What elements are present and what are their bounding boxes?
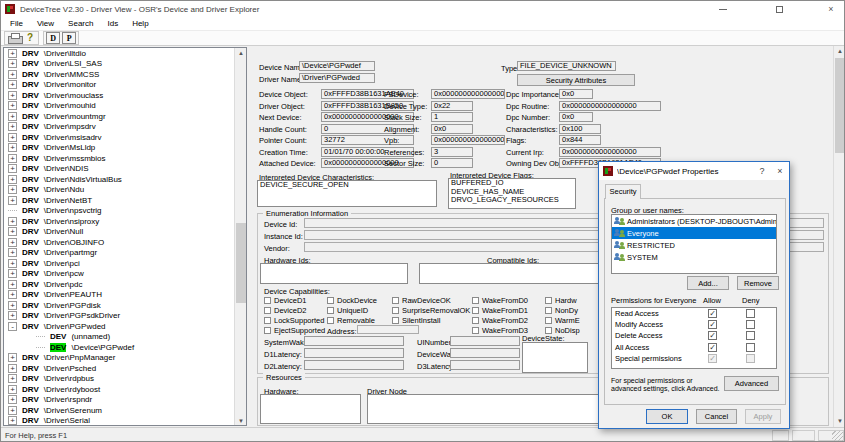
- menu-file[interactable]: File: [3, 19, 30, 28]
- expand-icon[interactable]: +: [8, 80, 17, 89]
- tree-row[interactable]: +DRV\Driver\Psched: [4, 363, 246, 374]
- allow-checkbox[interactable]: ✓: [708, 343, 717, 352]
- expand-icon[interactable]: +: [8, 301, 17, 310]
- expand-icon[interactable]: +: [8, 280, 17, 289]
- tree-row[interactable]: +DRV\Driver\PGPsdkDriver: [4, 311, 246, 322]
- interpreted-characteristics-list[interactable]: DEVICE_SECURE_OPEN: [257, 180, 437, 207]
- expand-icon[interactable]: +: [8, 91, 17, 100]
- user-item[interactable]: Administrators (DESKTOP-JDBOUGT\Administ…: [612, 215, 776, 227]
- menu-ids[interactable]: Ids: [100, 19, 125, 28]
- expand-icon[interactable]: +: [8, 290, 17, 299]
- expand-icon[interactable]: +: [8, 374, 17, 383]
- permissions-list[interactable]: Read Access✓Modify Access✓Delete Access✓…: [611, 307, 777, 369]
- tree-row[interactable]: +DRV\Driver\mouclass: [4, 90, 246, 101]
- allow-checkbox[interactable]: ✓: [708, 320, 717, 329]
- menu-view[interactable]: View: [30, 19, 61, 28]
- expand-icon[interactable]: +: [8, 70, 17, 79]
- capability-checkbox-silentinstall[interactable]: SilentInstall: [392, 316, 440, 325]
- security-attributes-button[interactable]: Security Attributes: [517, 74, 635, 86]
- expand-icon[interactable]: +: [8, 395, 17, 404]
- menu-search[interactable]: Search: [61, 19, 100, 28]
- collapse-icon[interactable]: -: [8, 322, 17, 331]
- tree-row[interactable]: +DRV\Driver\mouhid: [4, 101, 246, 112]
- tree-row[interactable]: +DRV\Driver\msisadrv: [4, 132, 246, 143]
- capability-checkbox-deviced1[interactable]: DeviceD1: [264, 296, 307, 305]
- menu-help[interactable]: Help: [125, 19, 155, 28]
- capability-checkbox-nodisp[interactable]: NoDisp: [545, 326, 580, 335]
- tab-security[interactable]: Security: [605, 184, 641, 199]
- expand-icon[interactable]: +: [8, 416, 17, 425]
- address-field[interactable]: [357, 325, 419, 334]
- expand-icon[interactable]: +: [8, 248, 17, 257]
- tree-row[interactable]: +DRV\Driver\lltdio: [4, 48, 246, 59]
- expand-icon[interactable]: +: [8, 353, 17, 362]
- maximize-button[interactable]: [767, 1, 791, 17]
- capability-checkbox-wakefromd1[interactable]: WakeFromD1: [472, 306, 528, 315]
- scrollbar-thumb[interactable]: [236, 223, 246, 303]
- allow-checkbox[interactable]: ✓: [708, 331, 717, 340]
- tree-row[interactable]: +DRV\Driver\MMCSS: [4, 69, 246, 80]
- deny-checkbox[interactable]: [746, 320, 755, 329]
- expand-icon[interactable]: +: [8, 385, 17, 394]
- scroll-up-icon[interactable]: ▲: [235, 48, 247, 59]
- tree-row[interactable]: +DRV\Driver\PEAUTH: [4, 290, 246, 301]
- tree-row[interactable]: +DRV\Driver\nsiproxy: [4, 216, 246, 227]
- tree-row[interactable]: +DRV\Driver\rdpbus: [4, 374, 246, 385]
- expand-icon[interactable]: +: [8, 196, 17, 205]
- tree-row[interactable]: +DRV\Driver\Ndu: [4, 185, 246, 196]
- deny-checkbox[interactable]: [746, 354, 755, 363]
- expand-icon[interactable]: +: [8, 154, 17, 163]
- capability-checkbox-dockdevice[interactable]: DockDevice: [327, 296, 377, 305]
- capability-checkbox-ejectsupported[interactable]: EjectSupported: [264, 326, 325, 335]
- expand-icon[interactable]: +: [8, 133, 17, 142]
- tree-scrollbar[interactable]: ▲ ▼: [234, 48, 246, 426]
- advanced-button[interactable]: Advanced: [724, 376, 779, 391]
- scroll-up-icon[interactable]: ▲: [834, 46, 845, 57]
- user-item[interactable]: SYSTEM: [612, 251, 776, 263]
- hardware-ids-list[interactable]: [260, 263, 408, 284]
- tree-row[interactable]: +DRV\Driver\OBJINFO: [4, 237, 246, 248]
- scrollbar-thumb[interactable]: [835, 58, 845, 153]
- minimize-button[interactable]: [711, 1, 735, 17]
- expand-icon[interactable]: +: [8, 238, 17, 247]
- group-user-names-list[interactable]: Administrators (DESKTOP-JDBOUGT\Administ…: [611, 214, 777, 274]
- deny-checkbox[interactable]: [746, 331, 755, 340]
- tree-row[interactable]: +DRV\Driver\MsLldp: [4, 143, 246, 154]
- tree-row[interactable]: +DRV\Driver\pcw: [4, 269, 246, 280]
- resize-grip[interactable]: [832, 431, 843, 442]
- expand-icon[interactable]: +: [8, 143, 17, 152]
- allow-checkbox[interactable]: ✓: [708, 354, 717, 363]
- tree-row[interactable]: +DRV\Driver\NetBT: [4, 195, 246, 206]
- add-button[interactable]: Add...: [687, 276, 729, 290]
- capability-checkbox-nondy[interactable]: NonDy: [545, 306, 578, 315]
- expand-icon[interactable]: +: [8, 112, 17, 121]
- scroll-down-icon[interactable]: ▼: [235, 416, 247, 426]
- expand-icon[interactable]: +: [8, 364, 17, 373]
- capability-checkbox-wakefromd2[interactable]: WakeFromD2: [472, 316, 528, 325]
- print-icon[interactable]: [8, 33, 21, 43]
- capability-checkbox-uniqueid[interactable]: UniqueID: [327, 306, 368, 315]
- expand-icon[interactable]: +: [8, 227, 17, 236]
- expand-icon[interactable]: +: [8, 259, 17, 268]
- expand-icon[interactable]: +: [8, 185, 17, 194]
- tree-row[interactable]: +DRV\Driver\NDIS: [4, 164, 246, 175]
- pnp-view-button[interactable]: P: [62, 32, 76, 44]
- allow-checkbox[interactable]: ✓: [708, 309, 717, 318]
- dialog-help-button[interactable]: ?: [753, 166, 771, 176]
- capability-checkbox-warme[interactable]: WarmE: [545, 316, 580, 325]
- help-icon[interactable]: ?: [23, 32, 37, 44]
- remove-button[interactable]: Remove: [737, 276, 779, 290]
- capability-checkbox-wakefromd0[interactable]: WakeFromD0: [472, 296, 528, 305]
- tree-row[interactable]: +DRV\Driver\partmgr: [4, 248, 246, 259]
- detail-scrollbar[interactable]: ▲ ▼: [833, 46, 845, 427]
- capability-checkbox-deviced2[interactable]: DeviceD2: [264, 306, 307, 315]
- tree-row[interactable]: +DRV\Driver\rspndr: [4, 395, 246, 406]
- deny-checkbox[interactable]: [746, 343, 755, 352]
- tree-row[interactable]: +DRV\Driver\pci: [4, 258, 246, 269]
- device-state-list[interactable]: [522, 342, 588, 373]
- expand-icon[interactable]: +: [8, 59, 17, 68]
- user-item[interactable]: Everyone: [612, 227, 776, 239]
- expand-icon[interactable]: +: [8, 269, 17, 278]
- tree-row[interactable]: +DRV\Driver\Null: [4, 227, 246, 238]
- capability-checkbox-locksupported[interactable]: LockSupported: [264, 316, 324, 325]
